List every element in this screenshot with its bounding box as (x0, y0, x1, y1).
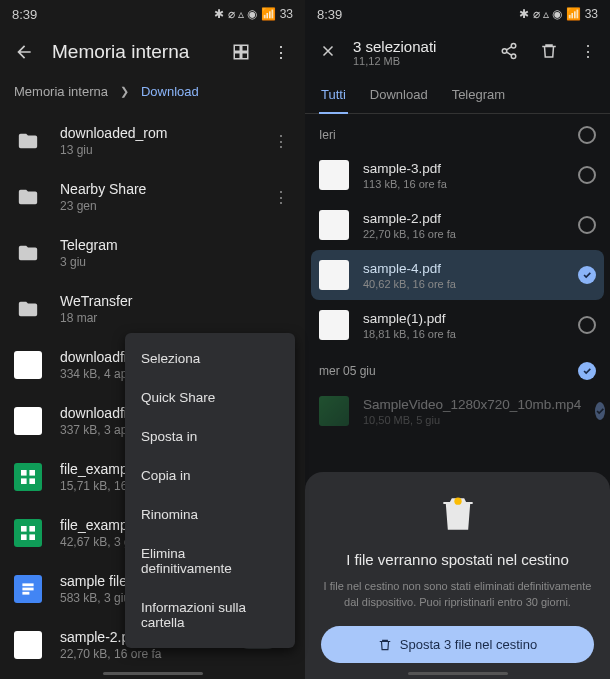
file-name: SampleVideo_1280x720_10mb.mp4 (363, 397, 581, 412)
back-button[interactable] (12, 40, 36, 64)
page-title: Memoria interna (52, 41, 213, 63)
tab-telegram[interactable]: Telegram (450, 77, 507, 113)
sheet-body: I file nel cestino non sono stati elimin… (321, 579, 594, 610)
list-item[interactable]: sample-2.pdf22,70 kB, 16 ore fa (305, 200, 610, 250)
item-checkbox[interactable] (578, 166, 596, 184)
svg-rect-6 (21, 534, 27, 540)
menu-item-copy-to[interactable]: Copia in (125, 456, 295, 495)
section-checkbox[interactable] (578, 126, 596, 144)
file-name: sample-3.pdf (363, 161, 564, 176)
breadcrumb-current[interactable]: Download (141, 84, 199, 99)
file-name: downloaded_rom (60, 125, 253, 141)
breadcrumb-root[interactable]: Memoria interna (14, 84, 108, 99)
overflow-menu-button[interactable]: ⋮ (580, 42, 596, 64)
svg-rect-1 (29, 470, 35, 476)
section-header: Ieri (305, 114, 610, 150)
doc-thumb-icon (14, 631, 42, 659)
nav-bar-hint (408, 672, 508, 675)
menu-item-move-to[interactable]: Sposta in (125, 417, 295, 456)
menu-item-folder-info[interactable]: Informazioni sulla cartella (125, 588, 295, 642)
status-time: 8:39 (317, 7, 342, 22)
svg-point-13 (511, 54, 516, 59)
doc-thumb-icon (319, 260, 349, 290)
screen-files-selection: 8:39 ✱ ⌀ ▵ ◉ 📶 33 3 selezionati 11,12 MB… (305, 0, 610, 679)
context-menu: Seleziona Quick Share Sposta in Copia in… (125, 333, 295, 648)
share-button[interactable] (500, 42, 518, 64)
tab-download[interactable]: Download (368, 77, 430, 113)
bottom-sheet: I file verranno spostati nel cestino I f… (305, 472, 610, 679)
breadcrumb: Memoria interna ❯ Download (0, 76, 305, 113)
list-item[interactable]: sample(1).pdf18,81 kB, 16 ore fa (305, 300, 610, 350)
file-list: downloaded_rom13 giu⋮ Nearby Share23 gen… (0, 113, 305, 673)
file-name: sample-4.pdf (363, 261, 564, 276)
doc-thumb-icon (14, 351, 42, 379)
selection-size: 11,12 MB (353, 55, 484, 67)
file-meta: 18,81 kB, 16 ore fa (363, 328, 564, 340)
file-meta: 23 gen (60, 199, 253, 213)
menu-item-rename[interactable]: Rinomina (125, 495, 295, 534)
item-checkbox-checked[interactable] (595, 402, 605, 420)
tabs: Tutti Download Telegram (305, 77, 610, 114)
file-name: WeTransfer (60, 293, 291, 309)
status-icons: ✱ ⌀ ▵ ◉ 📶 33 (214, 7, 293, 21)
screen-file-manager: 8:39 ✱ ⌀ ▵ ◉ 📶 33 Memoria interna ⋮ Memo… (0, 0, 305, 679)
button-label: Sposta 3 file nel cestino (400, 637, 537, 652)
item-checkbox[interactable] (578, 216, 596, 234)
status-time: 8:39 (12, 7, 37, 22)
nav-bar-hint (103, 672, 203, 675)
menu-item-delete[interactable]: Elimina definitivamente (125, 534, 295, 588)
docx-icon (14, 575, 42, 603)
list-item[interactable]: Nearby Share23 gen⋮ (0, 169, 305, 225)
list-item[interactable]: sample-4.pdf40,62 kB, 16 ore fa (311, 250, 604, 300)
list-item[interactable]: Telegram3 giu (0, 225, 305, 281)
close-selection-button[interactable] (319, 42, 337, 64)
selection-count: 3 selezionati (353, 38, 484, 55)
svg-rect-0 (21, 470, 27, 476)
folder-icon (14, 183, 42, 211)
overflow-menu-button[interactable]: ⋮ (269, 40, 293, 64)
trash-icon (378, 638, 392, 652)
doc-thumb-icon (14, 407, 42, 435)
doc-thumb-icon (319, 210, 349, 240)
file-name: sample-2.pdf (363, 211, 564, 226)
delete-button[interactable] (540, 42, 558, 64)
tab-all[interactable]: Tutti (319, 77, 348, 114)
section-label: Ieri (319, 128, 336, 142)
file-name: sample(1).pdf (363, 311, 564, 326)
svg-rect-3 (29, 478, 35, 484)
file-meta: 22,70 kB, 16 ore fa (60, 647, 291, 661)
view-grid-button[interactable] (229, 40, 253, 64)
svg-point-14 (454, 497, 461, 504)
folder-icon (14, 295, 42, 323)
video-thumb-icon (319, 396, 349, 426)
file-meta: 13 giu (60, 143, 253, 157)
menu-item-select[interactable]: Seleziona (125, 339, 295, 378)
svg-rect-8 (22, 583, 33, 586)
svg-rect-10 (22, 592, 29, 595)
status-bar: 8:39 ✱ ⌀ ▵ ◉ 📶 33 (0, 0, 305, 28)
file-meta: 10,50 MB, 5 giu (363, 414, 581, 426)
section-label: mer 05 giu (319, 364, 376, 378)
item-checkbox[interactable] (578, 316, 596, 334)
trash-icon (436, 492, 480, 536)
list-item[interactable]: sample-3.pdf113 kB, 16 ore fa (305, 150, 610, 200)
item-menu-button[interactable]: ⋮ (271, 132, 291, 151)
file-name: Telegram (60, 237, 291, 253)
status-icons: ✱ ⌀ ▵ ◉ 📶 33 (519, 7, 598, 21)
section-checkbox-checked[interactable] (578, 362, 596, 380)
chevron-right-icon: ❯ (120, 85, 129, 98)
svg-point-12 (502, 48, 507, 53)
xlsx-icon (14, 519, 42, 547)
menu-item-quick-share[interactable]: Quick Share (125, 378, 295, 417)
list-item[interactable]: downloaded_rom13 giu⋮ (0, 113, 305, 169)
item-checkbox-checked[interactable] (578, 266, 596, 284)
list-item[interactable]: SampleVideo_1280x720_10mb.mp410,50 MB, 5… (305, 386, 610, 436)
doc-thumb-icon (319, 310, 349, 340)
svg-rect-5 (29, 526, 35, 532)
move-to-trash-button[interactable]: Sposta 3 file nel cestino (321, 626, 594, 663)
list-item[interactable]: WeTransfer18 mar (0, 281, 305, 337)
item-menu-button[interactable]: ⋮ (271, 188, 291, 207)
header-bar: Memoria interna ⋮ (0, 28, 305, 76)
svg-rect-9 (22, 588, 33, 591)
section-header: mer 05 giu (305, 350, 610, 386)
